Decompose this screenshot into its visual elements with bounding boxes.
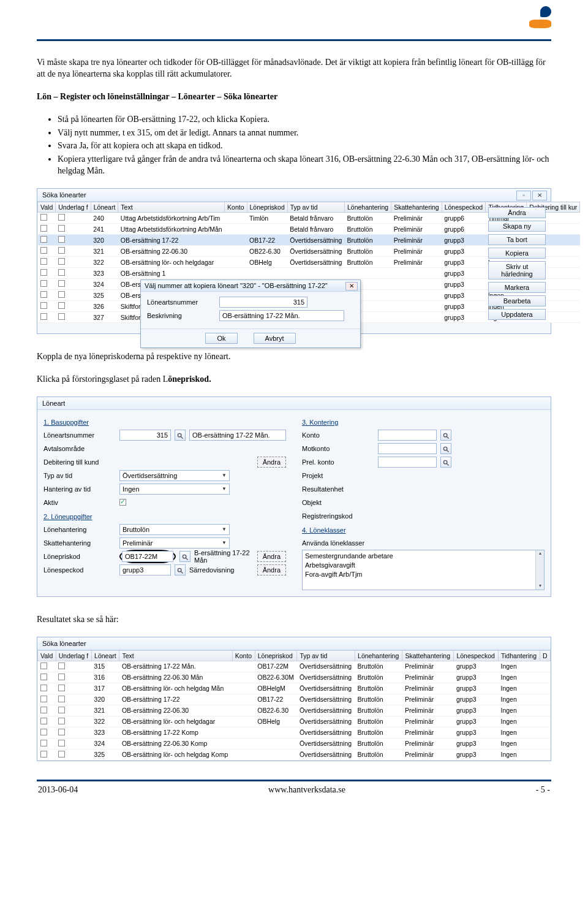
ok-button[interactable]: Ok	[205, 333, 237, 344]
checkbox[interactable]	[40, 302, 47, 309]
checkbox[interactable]	[40, 663, 47, 669]
checkbox[interactable]	[40, 236, 47, 243]
column-header[interactable]: Text	[119, 650, 232, 661]
checkbox[interactable]	[40, 707, 47, 713]
checkbox[interactable]	[58, 280, 65, 287]
checkbox[interactable]	[40, 740, 47, 746]
checkbox[interactable]	[58, 718, 65, 724]
column-header[interactable]: Tidhantering	[499, 650, 540, 661]
input-loneartsnummer[interactable]	[119, 430, 171, 441]
checkbox[interactable]	[58, 269, 65, 276]
checkbox[interactable]	[58, 685, 65, 691]
skriv-ut-härledning-button[interactable]: Skriv ut härledning	[488, 261, 546, 279]
checkbox[interactable]	[58, 707, 65, 713]
magnifier-icon[interactable]	[440, 443, 451, 454]
input-lonepriskod[interactable]	[122, 551, 173, 562]
checkbox[interactable]	[58, 291, 65, 298]
column-header[interactable]: Löneart	[92, 650, 119, 661]
checkbox[interactable]	[40, 751, 47, 757]
checkbox[interactable]	[40, 225, 47, 232]
cancel-button[interactable]: Avbryt	[254, 333, 296, 344]
section-basuppgifter[interactable]: 1. Basuppgifter	[43, 419, 286, 426]
andra-button[interactable]: Ändra	[257, 457, 286, 468]
checkbox[interactable]	[58, 729, 65, 735]
input-beskrivning[interactable]	[219, 310, 344, 321]
kopiera-button[interactable]: Kopiera	[488, 248, 546, 259]
table-row[interactable]: 325OB-ersättning lör- och helgdag KompÖv…	[38, 749, 551, 760]
bearbeta-button[interactable]: Bearbeta	[488, 295, 546, 306]
column-header[interactable]: Typ av tid	[297, 650, 355, 661]
section-loneklasser[interactable]: 4. Löneklasser	[302, 526, 545, 534]
checkbox[interactable]	[58, 696, 65, 702]
uppdatera-button[interactable]: Uppdatera	[488, 309, 546, 320]
table-row[interactable]: 324OB-ersättning 22-06.30 KompÖvertidser…	[38, 738, 551, 749]
column-header[interactable]: Vald	[38, 202, 56, 213]
table-row[interactable]: 322OB-ersättning lör- och helgdagarOBHel…	[38, 716, 551, 727]
column-header[interactable]: Lönespeckod	[454, 650, 499, 661]
column-header[interactable]: Underlag f	[56, 202, 91, 213]
input-prel[interactable]	[378, 457, 437, 468]
column-header[interactable]: Konto	[232, 650, 255, 661]
checkbox[interactable]	[58, 236, 65, 243]
checkbox[interactable]	[40, 685, 47, 691]
checkbox[interactable]	[40, 729, 47, 735]
magnifier-icon[interactable]	[440, 430, 451, 441]
input-loneartsnummer[interactable]	[219, 297, 307, 308]
checkbox[interactable]	[58, 663, 65, 669]
checkbox[interactable]	[58, 247, 65, 254]
checkbox[interactable]	[58, 313, 65, 320]
ändra-button[interactable]: Ändra	[488, 207, 546, 218]
markera-button[interactable]: Markera	[488, 282, 546, 293]
select-skatt[interactable]: Preliminär▼	[119, 537, 230, 549]
magnifier-icon[interactable]	[440, 457, 451, 468]
ta-bort-button[interactable]: Ta bort	[488, 234, 546, 245]
checkbox[interactable]	[40, 291, 47, 298]
column-header[interactable]: Lönepriskod	[247, 202, 287, 213]
checkbox[interactable]	[40, 696, 47, 702]
input-lonespeckod[interactable]	[119, 564, 171, 575]
table-row[interactable]: 323OB-ersättning 17-22 KompÖvertidsersät…	[38, 727, 551, 738]
input-motkonto[interactable]	[378, 443, 437, 454]
table-row[interactable]: 317OB-ersättning lör- och helgdag MånOBH…	[38, 683, 551, 694]
scrollbar[interactable]	[535, 550, 544, 590]
checkbox[interactable]	[40, 258, 47, 265]
checkbox[interactable]	[58, 258, 65, 265]
column-header[interactable]: Lönehantering	[355, 650, 402, 661]
checkbox[interactable]	[40, 247, 47, 254]
column-header[interactable]: Skattehantering	[402, 650, 454, 661]
checkbox[interactable]	[58, 225, 65, 232]
magnifier-icon[interactable]	[175, 564, 186, 575]
checkbox[interactable]	[58, 214, 65, 221]
column-header[interactable]: Konto	[225, 202, 247, 213]
andra-button[interactable]: Ändra	[257, 551, 286, 562]
select-typ[interactable]: Övertidsersättning▼	[119, 470, 230, 481]
andra-button[interactable]: Ändra	[257, 564, 286, 575]
skapa-ny-button[interactable]: Skapa ny	[488, 221, 546, 232]
checkbox[interactable]	[40, 280, 47, 287]
loneklasser-list[interactable]: Semestergrundande arbetare Arbetsgivarav…	[302, 550, 545, 590]
checkbox[interactable]	[40, 214, 47, 221]
checkbox[interactable]	[40, 269, 47, 276]
section-loneuppgifter[interactable]: 2. Löneuppgifter	[43, 513, 286, 520]
column-header[interactable]: Vald	[38, 650, 56, 661]
select-lonehantering[interactable]: Bruttolön▼	[119, 524, 230, 535]
checkbox[interactable]	[40, 718, 47, 724]
select-hantering[interactable]: Ingen▼	[119, 484, 230, 495]
input-konto[interactable]	[378, 430, 437, 441]
maximize-icon[interactable]: ▫	[516, 191, 531, 200]
checkbox[interactable]	[58, 740, 65, 746]
column-header[interactable]: Lönehantering	[344, 202, 391, 213]
magnifier-icon[interactable]	[175, 430, 186, 441]
column-header[interactable]: Löneart	[91, 202, 118, 213]
column-header[interactable]: D	[540, 650, 551, 661]
table-row[interactable]: 315OB-ersättning 17-22 Mån.OB17-22MÖvert…	[38, 661, 551, 672]
column-header[interactable]: Text	[118, 202, 225, 213]
section-kontering[interactable]: 3. Kontering	[302, 419, 545, 426]
checkbox-aktiv[interactable]: ✓	[119, 499, 126, 506]
checkbox[interactable]	[58, 674, 65, 680]
column-header[interactable]: Skattehantering	[391, 202, 442, 213]
magnifier-icon[interactable]	[179, 551, 190, 562]
column-header[interactable]: Lönepriskod	[255, 650, 297, 661]
dialog-close-icon[interactable]: ✕	[345, 282, 358, 290]
close-icon[interactable]: ✕	[532, 191, 547, 200]
